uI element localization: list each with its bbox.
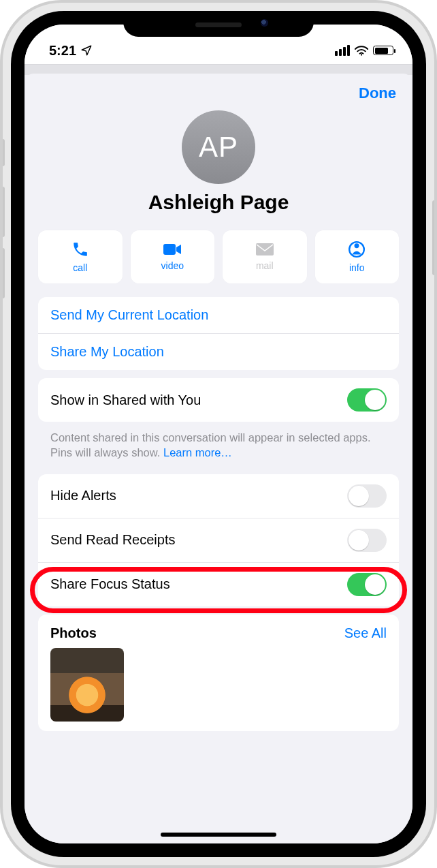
wifi-icon — [355, 46, 368, 56]
mute-switch — [1, 139, 5, 166]
info-icon — [348, 241, 366, 258]
svg-point-4 — [355, 243, 359, 248]
share-focus-status-toggle[interactable] — [347, 573, 387, 596]
action-row: call video mail info — [25, 226, 412, 297]
send-read-receipts-label: Send Read Receipts — [50, 532, 175, 548]
share-focus-status-row: Share Focus Status — [38, 562, 399, 606]
volume-up-button — [1, 187, 5, 237]
hide-alerts-label: Hide Alerts — [50, 488, 116, 503]
show-in-shared-with-you-toggle[interactable] — [347, 388, 387, 412]
svg-point-0 — [361, 54, 362, 55]
status-time: 5:21 — [49, 43, 76, 59]
contact-name: Ashleigh Page — [148, 191, 289, 214]
send-current-location-label: Send My Current Location — [50, 307, 208, 323]
shared-with-you-footer: Content shared in this conversation will… — [50, 430, 387, 461]
home-indicator[interactable] — [161, 833, 276, 837]
learn-more-link[interactable]: Learn more… — [163, 446, 232, 459]
location-group: Send My Current Location Share My Locati… — [38, 297, 399, 370]
device-frame: 5:21 Done — [0, 0, 437, 868]
phone-icon — [71, 241, 89, 258]
done-button[interactable]: Done — [359, 84, 396, 102]
call-button[interactable]: call — [38, 230, 123, 283]
send-read-receipts-toggle[interactable] — [347, 529, 387, 552]
avatar: AP — [182, 110, 255, 184]
share-my-location-label: Share My Location — [50, 344, 164, 360]
side-button — [432, 200, 436, 275]
mail-icon — [255, 243, 274, 256]
cellular-signal-icon — [335, 45, 350, 56]
volume-down-button — [1, 248, 5, 298]
mail-button: mail — [223, 230, 307, 283]
svg-rect-1 — [163, 244, 176, 255]
show-in-shared-with-you-row: Show in Shared with You — [38, 378, 399, 422]
shared-with-you-group: Show in Shared with You — [38, 378, 399, 422]
video-button[interactable]: video — [131, 230, 215, 283]
info-label: info — [349, 262, 365, 273]
share-my-location-button[interactable]: Share My Location — [38, 333, 399, 370]
svg-rect-2 — [256, 243, 274, 255]
hide-alerts-row: Hide Alerts — [38, 474, 399, 518]
mail-label: mail — [256, 260, 274, 271]
contact-details-sheet: Done AP Ashleigh Page call video — [25, 74, 412, 843]
alerts-group: Hide Alerts Send Read Receipts Share Foc… — [38, 474, 399, 606]
send-current-location-button[interactable]: Send My Current Location — [38, 297, 399, 333]
send-read-receipts-row: Send Read Receipts — [38, 518, 399, 562]
hide-alerts-toggle[interactable] — [347, 484, 387, 508]
video-icon — [163, 243, 182, 256]
info-button[interactable]: info — [315, 230, 400, 283]
battery-icon — [373, 46, 393, 55]
photo-thumbnail[interactable] — [50, 648, 124, 722]
show-in-shared-with-you-label: Show in Shared with You — [50, 392, 201, 408]
share-focus-status-label: Share Focus Status — [50, 576, 170, 592]
video-label: video — [161, 260, 184, 271]
avatar-initials: AP — [199, 131, 238, 164]
photos-group: Photos See All — [38, 615, 399, 731]
call-label: call — [73, 262, 87, 273]
see-all-button[interactable]: See All — [344, 625, 387, 641]
notch — [123, 11, 314, 37]
location-arrow-icon — [80, 44, 93, 57]
photos-title: Photos — [50, 625, 97, 641]
screen: 5:21 Done — [25, 25, 412, 843]
